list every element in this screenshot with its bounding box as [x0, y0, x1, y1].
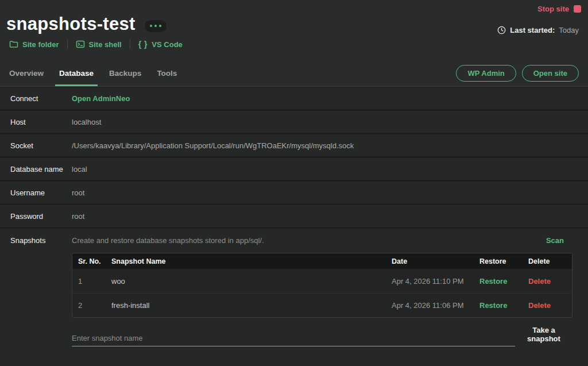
- col-restore: Restore: [479, 257, 528, 265]
- last-started-label: Last started:: [510, 26, 555, 34]
- snapshot-name: woo: [111, 277, 392, 286]
- code-braces-icon: { }: [138, 40, 148, 49]
- username-value: root: [72, 188, 84, 197]
- snapshot-sr: 2: [78, 301, 111, 310]
- col-delete: Delete: [528, 257, 566, 265]
- snapshot-sr: 1: [78, 277, 111, 286]
- local-site-page: Stop site snapshots-test Last started: T…: [0, 0, 588, 366]
- socket-value: /Users/kaavya/Library/Application Suppor…: [72, 141, 354, 150]
- site-options-button[interactable]: [145, 20, 167, 32]
- col-date: Date: [392, 257, 479, 265]
- tab-tools[interactable]: Tools: [157, 60, 177, 86]
- col-sr-no: Sr. No.: [78, 257, 111, 265]
- wp-admin-button[interactable]: WP Admin: [456, 65, 516, 82]
- restore-link[interactable]: Restore: [479, 301, 528, 310]
- open-adminneo-link[interactable]: Open AdminNeo: [72, 94, 130, 103]
- vs-code-label: VS Code: [152, 40, 182, 49]
- delete-link[interactable]: Delete: [528, 277, 566, 286]
- last-started-value: Today: [559, 26, 579, 34]
- tab-overview[interactable]: Overview: [9, 60, 44, 86]
- stop-site-button[interactable]: Stop site: [537, 5, 581, 13]
- vs-code-link[interactable]: { } VS Code: [138, 40, 183, 49]
- host-row: Host localhost: [0, 111, 588, 133]
- socket-row: Socket /Users/kaavya/Library/Application…: [0, 134, 588, 156]
- snapshots-header: Snapshots Create and restore database sn…: [10, 236, 578, 245]
- ellipsis-icon: [154, 25, 157, 27]
- divider: [130, 40, 130, 49]
- snapshot-name: fresh-install: [111, 301, 392, 310]
- username-row: Username root: [0, 182, 588, 203]
- col-snapshot-name: Snapshot Name: [111, 257, 392, 265]
- tab-database[interactable]: Database: [59, 60, 94, 86]
- open-site-button[interactable]: Open site: [522, 65, 579, 82]
- title-row: snapshots-test Last started: Today: [9, 0, 579, 34]
- snapshots-label: Snapshots: [10, 236, 72, 245]
- site-shell-link[interactable]: Site shell: [76, 40, 122, 49]
- terminal-icon: [76, 40, 85, 49]
- snapshots-table: Sr. No. Snapshot Name Date Restore Delet…: [72, 253, 572, 318]
- tabs: Overview Database Backups Tools: [9, 60, 177, 86]
- password-label: Password: [10, 212, 72, 221]
- snapshot-name-input[interactable]: [72, 332, 515, 346]
- quick-links: Site folder Site shell { } VS Code: [9, 40, 579, 49]
- stop-site-label: Stop site: [537, 5, 569, 13]
- database-name-label: Database name: [10, 165, 72, 174]
- page-title: snapshots-test: [6, 14, 136, 34]
- connect-label: Connect: [10, 94, 72, 103]
- last-started: Last started: Today: [497, 26, 579, 34]
- snapshot-table-row: 2 fresh-install Apr 4, 2026 11:06 PM Res…: [72, 293, 572, 317]
- snapshot-table-row: 1 woo Apr 4, 2026 11:10 PM Restore Delet…: [72, 269, 572, 293]
- take-snapshot-button[interactable]: Take a snapshot: [515, 326, 572, 346]
- tab-actions: WP Admin Open site: [456, 65, 579, 82]
- snapshots-description: Create and restore database snapshots st…: [72, 236, 546, 245]
- snapshots-table-header: Sr. No. Snapshot Name Date Restore Delet…: [72, 253, 572, 269]
- password-row: Password root: [0, 205, 588, 227]
- snapshot-date: Apr 4, 2026 11:10 PM: [392, 277, 479, 286]
- tab-backups[interactable]: Backups: [109, 60, 141, 86]
- password-value: root: [72, 212, 84, 221]
- username-label: Username: [10, 188, 72, 197]
- ellipsis-icon: [159, 25, 161, 27]
- database-name-row: Database name local: [0, 158, 588, 180]
- clock-icon: [497, 26, 506, 34]
- site-shell-label: Site shell: [89, 40, 122, 49]
- host-value: localhost: [72, 118, 101, 126]
- socket-label: Socket: [10, 141, 72, 150]
- site-folder-label: Site folder: [22, 40, 59, 49]
- snapshot-date: Apr 4, 2026 11:06 PM: [392, 301, 479, 310]
- scan-link[interactable]: Scan: [546, 236, 564, 245]
- connect-row: Connect Open AdminNeo: [0, 87, 588, 109]
- stop-icon: [574, 5, 581, 13]
- site-header: Stop site snapshots-test Last started: T…: [0, 0, 588, 60]
- delete-link[interactable]: Delete: [528, 301, 566, 310]
- host-label: Host: [10, 118, 72, 126]
- site-folder-link[interactable]: Site folder: [9, 40, 59, 49]
- restore-link[interactable]: Restore: [479, 277, 528, 286]
- database-panel: Connect Open AdminNeo Host localhost Soc…: [0, 87, 588, 366]
- snapshot-input-row: Take a snapshot: [72, 326, 572, 346]
- database-name-value: local: [72, 165, 87, 174]
- folder-icon: [9, 40, 18, 49]
- snapshots-content: Sr. No. Snapshot Name Date Restore Delet…: [72, 245, 572, 346]
- divider: [67, 40, 68, 49]
- snapshots-section: Snapshots Create and restore database sn…: [0, 229, 588, 366]
- ellipsis-icon: [150, 25, 152, 27]
- site-tabbar: Overview Database Backups Tools WP Admin…: [0, 60, 588, 87]
